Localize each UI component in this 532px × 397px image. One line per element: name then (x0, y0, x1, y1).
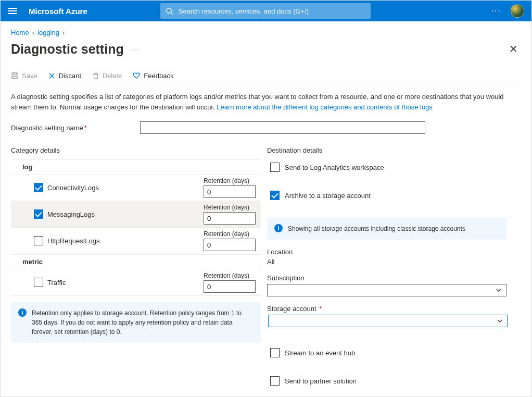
feedback-button[interactable]: Feedback (132, 72, 173, 80)
svg-point-0 (167, 8, 171, 13)
svg-rect-7 (94, 75, 97, 79)
svg-rect-3 (14, 73, 17, 75)
save-icon (11, 72, 19, 80)
setting-name-label: Diagnostic setting name* (11, 124, 140, 132)
svg-rect-4 (13, 76, 17, 79)
retention-info-text: Retention only applies to storage accoun… (32, 308, 254, 337)
checkbox-event-hub[interactable] (270, 348, 280, 357)
metric-row-traffic: Traffic Retention (days) (11, 269, 261, 296)
log-row-connectivity: ConnectivityLogs Retention (days) (11, 175, 261, 201)
save-button[interactable]: Save (11, 72, 37, 80)
location-value: All (267, 258, 521, 266)
close-button[interactable]: ✕ (506, 41, 521, 57)
user-avatar[interactable] (511, 4, 524, 18)
metric-subheading: metric (11, 254, 261, 269)
checkbox-partner-solution[interactable] (270, 376, 280, 386)
storage-account-select[interactable] (268, 315, 508, 327)
svg-line-1 (171, 13, 173, 15)
more-commands-icon[interactable]: ··· (491, 6, 501, 16)
retention-input-messaging[interactable] (204, 212, 256, 225)
page-more-icon[interactable]: ··· (131, 45, 140, 53)
log-label: ConnectivityLogs (47, 184, 99, 192)
search-icon (166, 7, 173, 15)
metric-label: Traffic (47, 279, 66, 287)
dest-log-analytics-label: Send to Log Analytics workspace (285, 164, 384, 171)
delete-icon (92, 72, 99, 80)
brand-label: Microsoft Azure (29, 7, 87, 16)
log-row-messaging: MessagingLogs Retention (days) (11, 201, 261, 228)
retention-input-connectivity[interactable] (204, 185, 256, 198)
checkbox-archive-storage[interactable] (270, 191, 280, 200)
subscription-select[interactable] (267, 284, 506, 296)
retention-label: Retention (days) (204, 230, 261, 238)
page-title: Diagnostic setting (11, 42, 124, 57)
chevron-down-icon (497, 318, 503, 324)
retention-label: Retention (days) (204, 177, 261, 184)
log-label: HttpRequestLogs (47, 237, 99, 245)
nav-menu-button[interactable] (8, 8, 17, 14)
breadcrumb-home[interactable]: Home (11, 29, 29, 36)
info-icon: i (274, 224, 283, 232)
log-row-httprequest: HttpRequestLogs Retention (days) (11, 228, 261, 254)
retention-input-traffic[interactable] (204, 280, 256, 293)
retention-input-httprequest[interactable] (204, 239, 256, 251)
retention-label: Retention (days) (204, 204, 261, 211)
storage-info-box: i Showing all storage accounts including… (267, 218, 506, 240)
breadcrumb: Home › logging › (11, 29, 521, 36)
discard-button[interactable]: Discard (48, 72, 82, 80)
storage-account-label: Storage account * (267, 305, 521, 313)
heart-icon (132, 72, 141, 80)
chevron-right-icon: › (32, 29, 34, 36)
retention-label: Retention (days) (204, 272, 261, 279)
search-input[interactable] (178, 7, 371, 16)
retention-info-box: i Retention only applies to storage acco… (11, 302, 261, 343)
info-icon: i (18, 308, 27, 317)
chevron-down-icon (496, 287, 502, 293)
checkbox-traffic-metric[interactable] (34, 278, 43, 287)
subscription-label: Subscription (267, 274, 521, 282)
checkbox-log-analytics[interactable] (270, 163, 280, 172)
dest-partner-label: Send to partner solution (285, 377, 357, 385)
log-label: MessagingLogs (47, 210, 95, 218)
global-search[interactable] (160, 3, 371, 19)
learn-more-link[interactable]: Learn more about the different log categ… (217, 103, 433, 111)
dest-eventhub-label: Stream to an event hub (285, 349, 355, 357)
checkbox-httprequest-logs[interactable] (34, 236, 43, 245)
discard-icon (48, 72, 56, 80)
location-label: Location (267, 248, 521, 256)
checkbox-messaging-logs[interactable] (34, 209, 43, 219)
destination-details-heading: Destination details (267, 146, 521, 154)
setting-name-input[interactable] (140, 121, 425, 134)
delete-button[interactable]: Delete (92, 72, 122, 80)
chevron-right-icon: › (62, 29, 65, 36)
log-subheading: log (11, 159, 261, 175)
category-details-heading: Category details (11, 146, 261, 154)
checkbox-connectivity-logs[interactable] (34, 183, 43, 192)
storage-info-text: Showing all storage accounts including c… (288, 224, 465, 233)
dest-storage-label: Archive to a storage account (285, 192, 371, 200)
description-text: A diagnostic setting specifies a list of… (11, 92, 521, 112)
breadcrumb-logging[interactable]: logging (37, 29, 59, 36)
